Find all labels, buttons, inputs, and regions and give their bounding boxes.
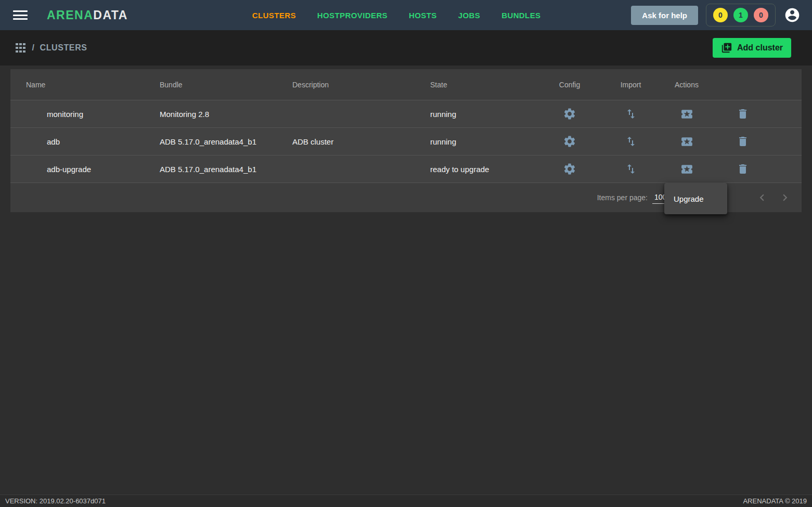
- cell-name[interactable]: adb: [10, 128, 144, 155]
- next-page-button[interactable]: [778, 190, 792, 205]
- chevron-left-icon: [755, 191, 769, 204]
- import-button[interactable]: [625, 108, 637, 120]
- cell-state: running: [415, 128, 536, 155]
- trash-icon: [737, 163, 749, 175]
- ask-for-help-button[interactable]: Ask for help: [631, 6, 698, 25]
- ticket-star-icon: [680, 108, 693, 121]
- table-row-monitoring[interactable]: monitoring Monitoring 2.8 running: [10, 100, 802, 127]
- import-export-icon: [625, 163, 637, 175]
- import-export-icon: [625, 135, 637, 148]
- cell-bundle: ADB 5.17.0_arenadata4_b1: [144, 128, 277, 155]
- items-per-page-label: Items per page:: [597, 193, 648, 202]
- logo-part-data: DATA: [93, 8, 127, 22]
- nav-jobs[interactable]: JOBS: [458, 11, 480, 20]
- account-icon[interactable]: [784, 7, 801, 23]
- cell-name[interactable]: adb-upgrade: [10, 155, 144, 183]
- import-export-icon: [625, 108, 637, 120]
- breadcrumb-separator: /: [32, 43, 35, 53]
- header-state: State: [415, 69, 536, 100]
- add-cluster-label: Add cluster: [737, 43, 783, 53]
- cell-description: [277, 100, 415, 127]
- trash-icon: [737, 108, 749, 120]
- ticket-star-icon: [680, 163, 693, 176]
- ticket-star-icon: [680, 135, 693, 148]
- cell-bundle: Monitoring 2.8: [144, 100, 277, 127]
- navbar-right-group: Ask for help 0 1 0: [631, 4, 801, 27]
- cell-state: ready to upgrade: [415, 155, 536, 183]
- apps-grid-icon[interactable]: [16, 43, 25, 53]
- add-cluster-button[interactable]: Add cluster: [713, 38, 791, 58]
- delete-button[interactable]: [737, 135, 749, 148]
- hamburger-menu-icon[interactable]: [13, 8, 28, 22]
- top-navbar: ARENADATA CLUSTERS HOSTPROVIDERS HOSTS J…: [0, 0, 812, 30]
- job-status-badges: 0 1 0: [706, 4, 776, 27]
- version-text: VERSION: 2019.02.20-6037d071: [5, 497, 106, 505]
- import-button[interactable]: [625, 135, 637, 148]
- page-footer: VERSION: 2019.02.20-6037d071 ARENADATA ©…: [0, 495, 812, 507]
- delete-button[interactable]: [737, 163, 749, 175]
- header-name: Name: [10, 69, 144, 100]
- gear-icon: [563, 135, 576, 148]
- table-row-adb-upgrade[interactable]: adb-upgrade ADB 5.17.0_arenadata4_b1 rea…: [10, 155, 802, 183]
- error-count-badge[interactable]: 0: [754, 8, 768, 22]
- header-delete: [715, 69, 770, 100]
- breadcrumb-clusters[interactable]: CLUSTERS: [40, 43, 87, 53]
- cell-description: [277, 155, 415, 183]
- config-button[interactable]: [563, 107, 576, 121]
- gear-icon: [563, 107, 576, 121]
- arenadata-logo[interactable]: ARENADATA: [47, 8, 128, 22]
- cell-state: running: [415, 100, 536, 127]
- cell-bundle: ADB 5.17.0_arenadata4_b1: [144, 155, 277, 183]
- main-content: Name Bundle Description State Config Imp…: [0, 66, 812, 495]
- upgrade-menu-item[interactable]: Upgrade: [664, 186, 727, 211]
- import-button[interactable]: [625, 163, 637, 175]
- copyright-text: ARENADATA © 2019: [743, 497, 807, 505]
- warning-count-badge[interactable]: 0: [713, 8, 728, 22]
- cell-name[interactable]: monitoring: [10, 100, 144, 127]
- cell-description: ADB cluster: [277, 128, 415, 155]
- header-actions: Actions: [658, 69, 715, 100]
- config-button[interactable]: [563, 162, 576, 176]
- header-bundle: Bundle: [144, 69, 277, 100]
- trash-icon: [737, 135, 749, 148]
- actions-button[interactable]: [680, 163, 693, 176]
- config-button[interactable]: [563, 135, 576, 148]
- gear-icon: [563, 162, 576, 176]
- logo-part-arena: ARENA: [47, 8, 93, 22]
- header-config: Config: [536, 69, 603, 100]
- success-count-badge[interactable]: 1: [733, 8, 748, 22]
- main-nav: CLUSTERS HOSTPROVIDERS HOSTS JOBS BUNDLE…: [252, 11, 541, 20]
- table-header-row: Name Bundle Description State Config Imp…: [10, 69, 802, 100]
- table-row-adb[interactable]: adb ADB 5.17.0_arenadata4_b1 ADB cluster…: [10, 127, 802, 155]
- actions-button[interactable]: [680, 108, 693, 121]
- actions-dropdown-menu: Upgrade: [664, 183, 727, 214]
- previous-page-button[interactable]: [755, 190, 769, 205]
- chevron-right-icon: [778, 191, 792, 204]
- breadcrumb: / CLUSTERS: [32, 43, 87, 53]
- header-description: Description: [277, 69, 415, 100]
- nav-clusters[interactable]: CLUSTERS: [252, 11, 296, 20]
- nav-hostproviders[interactable]: HOSTPROVIDERS: [317, 11, 388, 20]
- header-import: Import: [603, 69, 658, 100]
- library-add-icon: [721, 42, 732, 54]
- nav-bundles[interactable]: BUNDLES: [501, 11, 540, 20]
- delete-button[interactable]: [737, 108, 749, 120]
- breadcrumb-toolbar: / CLUSTERS Add cluster: [0, 30, 812, 66]
- actions-button[interactable]: [680, 135, 693, 148]
- nav-hosts[interactable]: HOSTS: [409, 11, 437, 20]
